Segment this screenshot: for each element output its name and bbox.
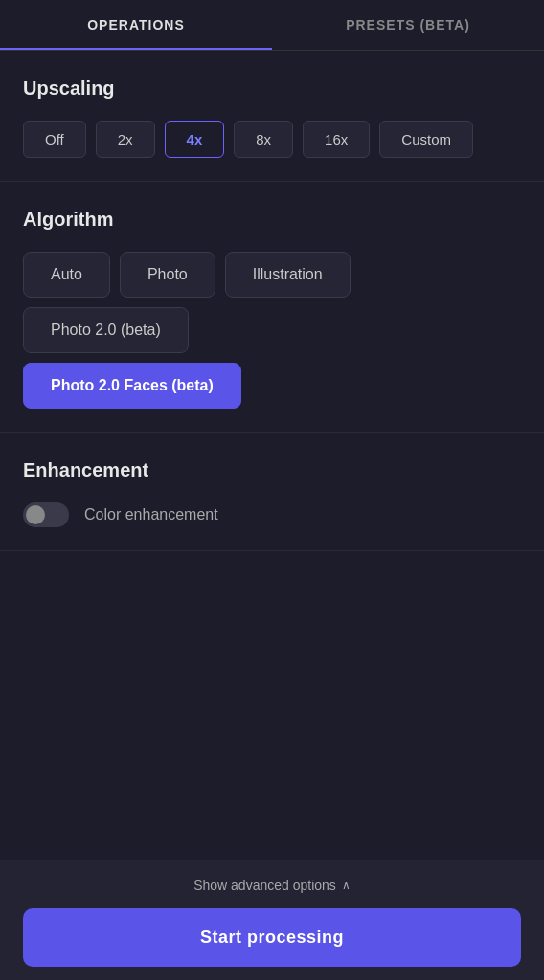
tabs-bar: OPERATIONS PRESETS (BETA) xyxy=(0,0,544,51)
algo-photo2beta[interactable]: Photo 2.0 (beta) xyxy=(23,307,189,353)
start-processing-button[interactable]: Start processing xyxy=(23,908,521,967)
algo-row-1: Auto Photo Illustration xyxy=(23,252,521,298)
algo-row-2: Photo 2.0 (beta) xyxy=(23,307,521,353)
bottom-area: Show advanced options ∧ Start processing xyxy=(0,860,544,980)
show-advanced-label: Show advanced options xyxy=(193,878,336,893)
algo-photo2faces[interactable]: Photo 2.0 Faces (beta) xyxy=(23,363,241,409)
color-enhancement-row: Color enhancement xyxy=(23,502,521,527)
toggle-knob xyxy=(26,505,45,524)
tab-operations[interactable]: OPERATIONS xyxy=(0,0,272,50)
upscaling-section: Upscaling Off 2x 4x 8x 16x Custom xyxy=(0,51,544,182)
algo-row-3: Photo 2.0 Faces (beta) xyxy=(23,363,521,409)
app-container: OPERATIONS PRESETS (BETA) Upscaling Off … xyxy=(0,0,544,980)
algo-illustration[interactable]: Illustration xyxy=(225,252,351,298)
chevron-up-icon: ∧ xyxy=(342,879,351,892)
upscaling-16x[interactable]: 16x xyxy=(303,121,370,158)
show-advanced-options[interactable]: Show advanced options ∧ xyxy=(193,878,351,893)
enhancement-section: Enhancement Color enhancement xyxy=(0,433,544,551)
upscaling-4x[interactable]: 4x xyxy=(165,121,225,158)
tab-presets[interactable]: PRESETS (BETA) xyxy=(272,0,544,50)
enhancement-title: Enhancement xyxy=(23,459,521,481)
upscaling-2x[interactable]: 2x xyxy=(96,121,155,158)
algo-auto[interactable]: Auto xyxy=(23,252,110,298)
upscaling-8x[interactable]: 8x xyxy=(234,121,293,158)
upscaling-title: Upscaling xyxy=(23,78,521,100)
upscaling-options: Off 2x 4x 8x 16x Custom xyxy=(23,121,521,158)
algorithm-options: Auto Photo Illustration Photo 2.0 (beta)… xyxy=(23,252,521,409)
algorithm-section: Algorithm Auto Photo Illustration Photo … xyxy=(0,182,544,433)
color-enhancement-label: Color enhancement xyxy=(84,506,218,523)
upscaling-off[interactable]: Off xyxy=(23,121,86,158)
upscaling-custom[interactable]: Custom xyxy=(379,121,473,158)
color-enhancement-toggle[interactable] xyxy=(23,502,69,527)
algorithm-title: Algorithm xyxy=(23,209,521,231)
algo-photo[interactable]: Photo xyxy=(120,252,215,298)
